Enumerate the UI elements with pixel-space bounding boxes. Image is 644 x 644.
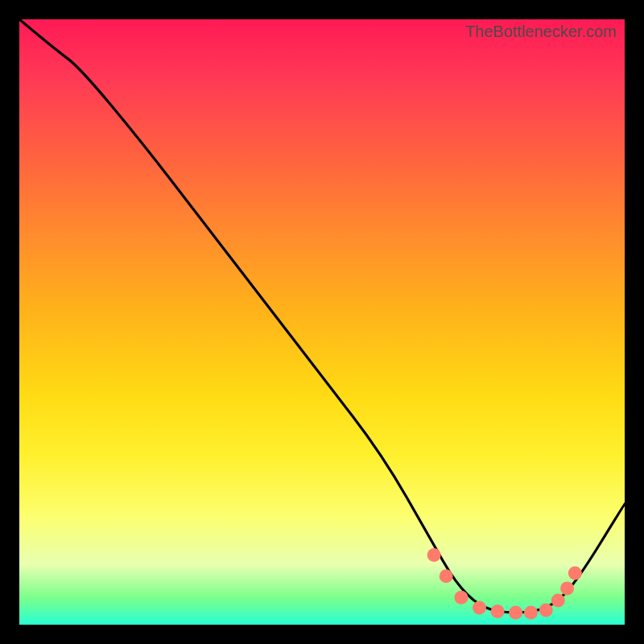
marker-dot xyxy=(551,593,565,607)
bottleneck-curve xyxy=(19,19,625,613)
marker-group xyxy=(427,548,582,619)
marker-dot xyxy=(539,603,553,617)
attribution-label: TheBottlenecker.com xyxy=(465,23,617,41)
marker-dot xyxy=(509,605,522,619)
marker-dot xyxy=(568,567,582,580)
marker-dot xyxy=(440,569,453,583)
marker-dot xyxy=(427,548,441,562)
marker-dot xyxy=(473,601,486,614)
marker-dot xyxy=(560,581,574,595)
marker-dot xyxy=(491,605,505,618)
marker-dot xyxy=(454,591,468,605)
chart-plot-area: TheBottlenecker.com xyxy=(19,19,625,625)
marker-dot xyxy=(524,605,538,619)
chart-svg xyxy=(19,19,625,625)
